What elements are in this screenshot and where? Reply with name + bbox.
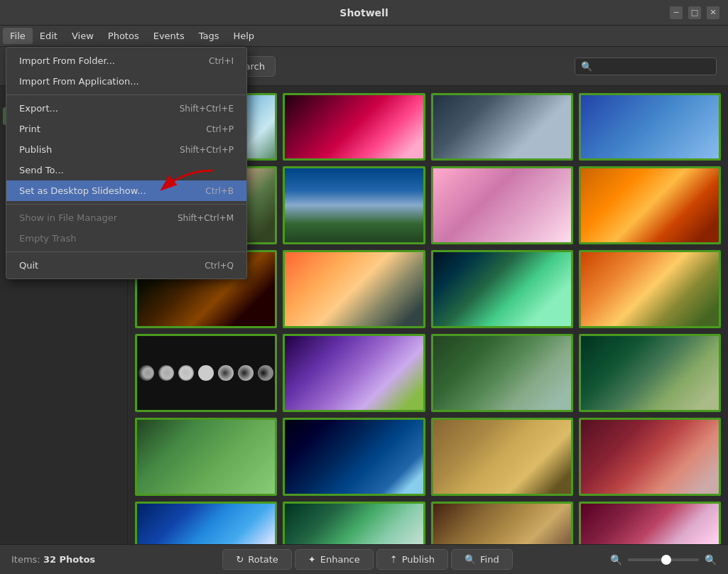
photo-cell[interactable] xyxy=(283,334,425,412)
moon-phase-icon xyxy=(178,365,194,381)
maximize-button[interactable]: □ xyxy=(688,6,701,19)
close-button[interactable]: ✕ xyxy=(707,6,719,19)
zoom-in-icon: 🔍 xyxy=(705,554,717,565)
find-label: Find xyxy=(480,554,499,565)
menu-item-label: Publish xyxy=(19,144,52,155)
rotate-button[interactable]: ↻ Rotate xyxy=(222,549,291,570)
menu-item-set-desktop[interactable]: Set as Desktop Slideshow... Ctrl+B xyxy=(6,180,246,201)
menu-item-publish[interactable]: Publish Shift+Ctrl+P xyxy=(6,139,246,160)
menu-item-shortcut: Shift+Ctrl+P xyxy=(180,145,234,155)
titlebar: Shotwell − □ ✕ xyxy=(0,0,728,26)
file-dropdown-menu: Import From Folder... Ctrl+I Import From… xyxy=(6,47,247,279)
moon-phase-icon xyxy=(258,365,273,381)
items-count: 32 Photos xyxy=(43,554,95,565)
moon-phase-icon xyxy=(158,365,174,381)
menu-item-label: Import From Folder... xyxy=(19,55,115,66)
menu-item-empty-trash: Empty Trash xyxy=(6,228,246,249)
photo-cell[interactable] xyxy=(579,334,721,412)
rotate-label: Rotate xyxy=(248,554,278,565)
photo-cell[interactable] xyxy=(135,334,277,412)
menu-item-shortcut: Ctrl+Q xyxy=(205,261,234,271)
moon-phase-icon xyxy=(238,365,254,381)
photo-cell[interactable] xyxy=(135,502,277,544)
photo-cell[interactable] xyxy=(579,250,721,328)
photo-cell[interactable] xyxy=(579,93,721,161)
photo-cell[interactable] xyxy=(431,334,573,412)
statusbar: Items: 32 Photos ↻ Rotate ✦ Enhance ⇡ Pu… xyxy=(0,544,728,574)
menu-item-show-file-manager: Show in File Manager Shift+Ctrl+M xyxy=(6,207,246,228)
photo-cell[interactable] xyxy=(579,166,721,244)
titlebar-title: Shotwell xyxy=(339,7,388,18)
items-label: Items: xyxy=(11,554,40,565)
menu-help[interactable]: Help xyxy=(226,28,261,44)
menu-separator xyxy=(6,251,246,252)
zoom-control: 🔍 🔍 xyxy=(610,554,717,565)
menu-item-import-folder[interactable]: Import From Folder... Ctrl+I xyxy=(6,50,246,71)
menu-events[interactable]: Events xyxy=(146,28,192,44)
publish-label: Publish xyxy=(402,554,435,565)
moon-phase-icon xyxy=(138,365,154,381)
menu-item-label: Send To... xyxy=(19,165,64,175)
menu-item-shortcut: Ctrl+B xyxy=(205,186,234,196)
photo-cell[interactable] xyxy=(431,166,573,244)
photo-cell[interactable] xyxy=(283,502,425,544)
menu-item-shortcut: Shift+Ctrl+M xyxy=(178,213,234,223)
menu-separator xyxy=(6,204,246,205)
photo-cell[interactable] xyxy=(283,166,425,244)
photo-cell[interactable] xyxy=(135,418,277,496)
photo-cell[interactable] xyxy=(283,93,425,161)
menu-item-shortcut: Ctrl+P xyxy=(206,124,234,134)
menu-item-label: Empty Trash xyxy=(19,233,76,244)
menu-photos[interactable]: Photos xyxy=(101,28,146,44)
enhance-button[interactable]: ✦ Enhance xyxy=(295,549,374,570)
rotate-icon: ↻ xyxy=(236,554,244,565)
photo-cell[interactable] xyxy=(579,502,721,544)
search-input[interactable] xyxy=(597,61,710,72)
find-icon: 🔍 xyxy=(464,554,476,565)
photo-cell[interactable] xyxy=(283,418,425,496)
enhance-label: Enhance xyxy=(320,554,360,565)
menu-item-send-to[interactable]: Send To... xyxy=(6,160,246,180)
menu-item-shortcut: Ctrl+I xyxy=(209,56,234,66)
menu-file[interactable]: File xyxy=(3,28,33,44)
moon-phase-icon xyxy=(198,365,214,381)
photo-cell[interactable] xyxy=(431,93,573,161)
photo-cell[interactable] xyxy=(431,418,573,496)
titlebar-controls: − □ ✕ xyxy=(670,6,719,19)
menu-edit[interactable]: Edit xyxy=(33,28,65,44)
zoom-out-icon: 🔍 xyxy=(610,554,622,565)
menu-separator xyxy=(6,94,246,95)
search-icon: 🔍 xyxy=(581,61,592,72)
photo-cell[interactable] xyxy=(431,502,573,544)
menu-item-label: Import From Application... xyxy=(19,76,139,87)
menu-item-import-app[interactable]: Import From Application... xyxy=(6,71,246,92)
menu-item-export[interactable]: Export... Shift+Ctrl+E xyxy=(6,98,246,119)
photo-cell[interactable] xyxy=(431,250,573,328)
menu-item-label: Show in File Manager xyxy=(19,212,117,223)
statusbar-actions: ↻ Rotate ✦ Enhance ⇡ Publish 🔍 Find xyxy=(128,549,607,570)
publish-icon: ⇡ xyxy=(390,554,398,565)
menu-item-shortcut: Shift+Ctrl+E xyxy=(180,104,234,114)
menubar: File Edit View Photos Events Tags Help xyxy=(0,26,728,47)
menu-view[interactable]: View xyxy=(65,28,101,44)
photo-cell[interactable] xyxy=(579,418,721,496)
menu-item-label: Quit xyxy=(19,260,38,271)
menu-item-label: Print xyxy=(19,124,40,134)
minimize-button[interactable]: − xyxy=(670,6,683,19)
menu-item-label: Set as Desktop Slideshow... xyxy=(19,185,146,196)
menu-item-quit[interactable]: Quit Ctrl+Q xyxy=(6,255,246,276)
search-box[interactable]: 🔍 xyxy=(575,58,717,75)
publish-button[interactable]: ⇡ Publish xyxy=(376,549,448,570)
photo-cell[interactable] xyxy=(283,250,425,328)
menu-tags[interactable]: Tags xyxy=(192,28,227,44)
zoom-slider[interactable] xyxy=(628,558,699,561)
find-button[interactable]: 🔍 Find xyxy=(451,549,513,570)
enhance-icon: ✦ xyxy=(308,554,316,565)
menu-item-label: Export... xyxy=(19,103,58,114)
menu-item-print[interactable]: Print Ctrl+P xyxy=(6,119,246,139)
moon-phase-icon xyxy=(218,365,234,381)
statusbar-info: Items: 32 Photos xyxy=(11,554,125,565)
